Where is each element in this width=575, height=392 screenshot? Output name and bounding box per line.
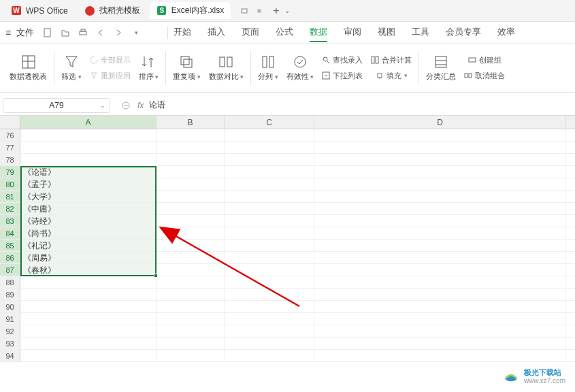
cell[interactable] xyxy=(225,178,314,190)
cell[interactable]: 《论语》 xyxy=(20,166,157,178)
sort-button[interactable]: 排序 xyxy=(135,46,163,89)
cell[interactable] xyxy=(157,338,225,349)
cell[interactable] xyxy=(225,154,314,165)
tab-wps-home[interactable]: W WPS Office xyxy=(4,3,75,19)
cell[interactable] xyxy=(225,264,314,276)
cell[interactable] xyxy=(225,142,314,153)
cell[interactable] xyxy=(225,227,314,239)
cell[interactable] xyxy=(314,338,566,349)
cell[interactable] xyxy=(314,325,566,337)
cell[interactable] xyxy=(225,215,314,227)
cell[interactable]: 《中庸》 xyxy=(20,203,157,214)
duplicate-button[interactable]: 重复项 xyxy=(169,46,205,89)
cell[interactable] xyxy=(314,264,566,276)
tab-page[interactable]: 页面 xyxy=(242,23,259,42)
open-icon[interactable] xyxy=(60,27,71,38)
cell[interactable] xyxy=(20,289,157,300)
ungroup-button[interactable]: 取消组合 xyxy=(464,71,505,81)
new-tab-button[interactable]: + xyxy=(273,5,279,17)
cell[interactable] xyxy=(157,289,225,300)
print-icon[interactable] xyxy=(78,27,88,38)
cell[interactable] xyxy=(225,289,314,300)
row-header[interactable]: 90 xyxy=(0,301,20,312)
fill-button[interactable]: 填充 ▾ xyxy=(376,71,408,81)
undo-icon[interactable] xyxy=(95,27,106,38)
row-header[interactable]: 86 xyxy=(0,252,20,263)
cell[interactable] xyxy=(157,276,225,288)
tab-data[interactable]: 数据 xyxy=(310,23,327,42)
cell[interactable] xyxy=(20,129,157,141)
pivot-table-button[interactable]: 数据透视表 xyxy=(5,46,51,89)
cell[interactable] xyxy=(157,313,225,325)
group-button[interactable]: 创建组 xyxy=(468,55,502,65)
cell[interactable]: 《孟子》 xyxy=(20,178,157,190)
row-header[interactable]: 80 xyxy=(0,178,20,190)
row-header[interactable]: 82 xyxy=(0,203,20,214)
tab-docer-templates[interactable]: 找稻壳模板 xyxy=(78,2,147,19)
lookup-insert-button[interactable]: 查找录入 xyxy=(322,55,363,65)
dropdown-list-button[interactable]: 下拉列表 xyxy=(322,71,363,81)
select-all-corner[interactable] xyxy=(0,116,20,129)
row-header[interactable]: 79 xyxy=(0,166,20,178)
formula-input[interactable]: 论语 xyxy=(149,99,165,111)
cell[interactable] xyxy=(314,240,566,251)
cell[interactable] xyxy=(314,203,566,214)
qat-dropdown-icon[interactable]: ▾ xyxy=(131,27,142,38)
cell[interactable] xyxy=(225,350,314,361)
cell[interactable] xyxy=(314,252,566,263)
cell[interactable] xyxy=(225,301,314,312)
row-header[interactable]: 91 xyxy=(0,313,20,325)
cell[interactable] xyxy=(225,313,314,325)
row-header[interactable]: 89 xyxy=(0,289,20,300)
row-header[interactable]: 81 xyxy=(0,191,20,202)
spreadsheet-grid[interactable]: A B C D 76777879《论语》80《孟子》81《大学》82《中庸》83… xyxy=(0,116,575,388)
cell[interactable] xyxy=(157,227,225,239)
cell[interactable]: 《礼记》 xyxy=(20,240,157,251)
cell[interactable] xyxy=(20,313,157,325)
name-box[interactable]: A79 ⌄ xyxy=(3,98,110,113)
show-all-button[interactable]: 全部显示 xyxy=(90,55,131,65)
tab-insert[interactable]: 插入 xyxy=(208,23,225,42)
cell[interactable] xyxy=(20,325,157,337)
cell[interactable] xyxy=(314,289,566,300)
filter-button[interactable]: 筛选 xyxy=(57,46,86,89)
cell[interactable] xyxy=(314,227,566,239)
col-header-C[interactable]: C xyxy=(225,116,314,129)
tab-member[interactable]: 会员专享 xyxy=(446,23,481,42)
tab-view[interactable]: 视图 xyxy=(378,23,395,42)
cell[interactable] xyxy=(225,276,314,288)
cell[interactable] xyxy=(314,276,566,288)
cancel-icon[interactable] xyxy=(121,101,131,110)
tab-formula[interactable]: 公式 xyxy=(276,23,293,42)
cell[interactable]: 《大学》 xyxy=(20,191,157,202)
row-header[interactable]: 93 xyxy=(0,338,20,349)
cell[interactable] xyxy=(20,154,157,165)
cell[interactable] xyxy=(157,325,225,337)
cell[interactable] xyxy=(225,166,314,178)
cell[interactable] xyxy=(314,178,566,190)
row-header[interactable]: 85 xyxy=(0,240,20,251)
reapply-button[interactable]: 重新应用 xyxy=(90,71,131,81)
cell[interactable] xyxy=(314,166,566,178)
cell[interactable] xyxy=(314,313,566,325)
cell[interactable] xyxy=(314,215,566,227)
tab-review[interactable]: 审阅 xyxy=(344,23,361,42)
cell[interactable] xyxy=(157,264,225,276)
col-header-B[interactable]: B xyxy=(157,116,225,129)
cell[interactable] xyxy=(20,350,157,361)
cell[interactable] xyxy=(314,129,566,141)
cell[interactable]: 《诗经》 xyxy=(20,215,157,227)
validation-button[interactable]: 有效性 xyxy=(282,46,318,89)
cell[interactable] xyxy=(314,191,566,202)
col-header-D[interactable]: D xyxy=(314,116,566,129)
compare-button[interactable]: 数据对比 xyxy=(205,46,248,89)
cell[interactable] xyxy=(314,142,566,153)
row-header[interactable]: 92 xyxy=(0,325,20,337)
consolidate-button[interactable]: 合并计算 xyxy=(371,55,412,65)
cell[interactable] xyxy=(157,154,225,165)
cell[interactable] xyxy=(157,350,225,361)
cell[interactable] xyxy=(157,215,225,227)
cell[interactable] xyxy=(157,240,225,251)
hamburger-icon[interactable]: ≡ xyxy=(5,27,11,38)
fx-label[interactable]: fx xyxy=(137,101,144,110)
